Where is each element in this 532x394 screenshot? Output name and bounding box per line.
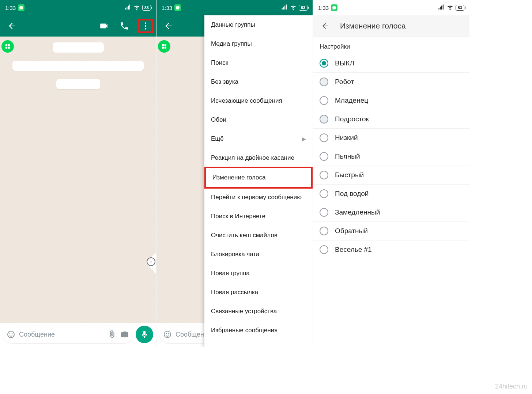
wifi-icon: [446, 4, 454, 12]
whatsapp-indicator-icon: [18, 4, 24, 11]
back-button[interactable]: [319, 19, 332, 33]
voice-option[interactable]: Быстрый: [313, 166, 469, 185]
menu-item[interactable]: Связанные устройства: [204, 302, 313, 321]
settings-header: Изменение голоса: [313, 15, 469, 37]
voice-option-label: Замедленный: [335, 208, 380, 216]
voice-option[interactable]: Веселье #1: [313, 240, 469, 259]
menu-item[interactable]: Блокировка чата: [204, 245, 313, 264]
more-options-button[interactable]: [138, 19, 153, 33]
chevron-right-icon: ▶: [302, 136, 306, 142]
battery-indicator: 83: [142, 5, 151, 11]
back-button[interactable]: [162, 19, 176, 33]
menu-item-label: Связанные устройства: [211, 308, 277, 315]
video-call-button[interactable]: [97, 19, 111, 33]
voice-option-label: Веселье #1: [335, 246, 372, 254]
voice-option-label: ВЫКЛ: [335, 59, 354, 67]
voice-option[interactable]: Робот: [313, 73, 469, 91]
voice-option[interactable]: Пьяный: [313, 147, 469, 166]
menu-item[interactable]: Очистить кеш смайлов: [204, 226, 313, 245]
svg-rect-13: [165, 47, 166, 49]
menu-item[interactable]: Обои: [204, 110, 313, 129]
menu-item[interactable]: Избранные сообщения: [204, 321, 313, 340]
voice-option-label: Пьяный: [335, 152, 360, 160]
menu-item[interactable]: Поиск: [204, 53, 313, 72]
menu-item-label: Избранные сообщения: [211, 327, 278, 334]
svg-point-1: [145, 25, 146, 27]
menu-item[interactable]: Изменение голоса: [204, 167, 313, 189]
battery-indicator: 83: [456, 5, 464, 11]
radio-icon: [320, 133, 328, 142]
menu-item[interactable]: Реакция на двойное касание: [204, 148, 313, 167]
radio-icon: [320, 171, 328, 179]
menu-item[interactable]: Перейти к первому сообщению: [204, 188, 313, 207]
emoji-icon[interactable]: [163, 330, 172, 339]
radio-icon: [320, 115, 328, 124]
camera-icon[interactable]: [120, 330, 129, 339]
svg-point-7: [8, 331, 14, 338]
phone-screenshot-1: 1:33 83 ‹ Сооб: [0, 0, 156, 347]
menu-item[interactable]: Без звука: [204, 72, 313, 91]
menu-item[interactable]: Исчезающие сообщения: [204, 91, 313, 110]
menu-item[interactable]: Новая группа: [204, 264, 313, 283]
status-bar: 1:33 83: [156, 0, 313, 15]
menu-item-label: Без звука: [211, 78, 238, 86]
svg-rect-4: [8, 44, 10, 46]
radio-icon: [320, 227, 328, 235]
voice-option[interactable]: Подросток: [313, 110, 469, 129]
svg-rect-3: [5, 44, 7, 46]
whatsapp-indicator-icon: [331, 4, 337, 11]
svg-point-0: [145, 22, 146, 24]
menu-item-label: Очистить кеш смайлов: [211, 232, 278, 239]
svg-rect-5: [5, 47, 7, 49]
voice-option[interactable]: Под водой: [313, 185, 469, 203]
menu-item-label: Новая рассылка: [211, 289, 258, 296]
chat-chip: [12, 61, 144, 71]
voice-record-button[interactable]: [136, 326, 153, 343]
voice-option[interactable]: Замедленный: [313, 203, 469, 222]
chat-chip: [56, 79, 100, 89]
menu-item-label: Поиск: [211, 59, 228, 67]
menu-item[interactable]: Новая рассылка: [204, 283, 313, 302]
radio-icon: [320, 152, 328, 161]
signal-icon: [438, 4, 445, 12]
voice-option-label: Подросток: [335, 115, 369, 123]
status-time: 1:33: [5, 5, 16, 11]
voice-option[interactable]: Младенец: [313, 91, 469, 110]
svg-rect-10: [162, 44, 164, 46]
menu-item-label: Обои: [211, 116, 226, 124]
menu-item[interactable]: Данные группы: [204, 15, 313, 34]
svg-point-16: [168, 333, 169, 334]
voice-option[interactable]: ВЫКЛ: [313, 54, 469, 73]
options-dropdown-menu: Данные группыМедиа группыПоискБез звукаИ…: [204, 15, 313, 347]
back-button[interactable]: [5, 19, 19, 33]
chat-background: ‹: [0, 37, 156, 323]
status-bar: 1:33 83: [313, 0, 469, 15]
voice-option-label: Робот: [335, 78, 354, 86]
page-title: Изменение голоса: [340, 22, 406, 30]
menu-item-label: Изменение голоса: [212, 174, 266, 181]
voice-call-button[interactable]: [117, 19, 131, 33]
menu-item-label: Новая группа: [211, 270, 250, 277]
emoji-icon[interactable]: [7, 330, 15, 339]
svg-point-8: [10, 333, 11, 334]
menu-item[interactable]: Поиск в Интернете: [204, 207, 313, 226]
grid-apps-icon[interactable]: [158, 40, 170, 53]
svg-rect-12: [162, 47, 164, 49]
voice-option[interactable]: Низкий: [313, 129, 469, 147]
radio-icon: [320, 96, 328, 105]
attach-icon[interactable]: [108, 330, 117, 339]
message-input[interactable]: Сообщение: [3, 326, 133, 343]
signal-icon: [281, 4, 288, 12]
compose-bar: Сообщение: [0, 323, 156, 347]
voice-option[interactable]: Обратный: [313, 222, 469, 240]
signal-icon: [125, 4, 131, 12]
grid-apps-icon[interactable]: [1, 40, 14, 53]
radio-icon: [320, 77, 328, 86]
menu-item[interactable]: Медиа группы: [204, 34, 313, 53]
svg-point-2: [145, 28, 146, 29]
menu-item-label: Поиск в Интернете: [211, 213, 265, 220]
chat-app-bar: [0, 15, 156, 37]
svg-point-9: [12, 333, 13, 334]
menu-item-label: Медиа группы: [211, 40, 252, 48]
menu-item[interactable]: Ещё▶: [204, 129, 313, 148]
